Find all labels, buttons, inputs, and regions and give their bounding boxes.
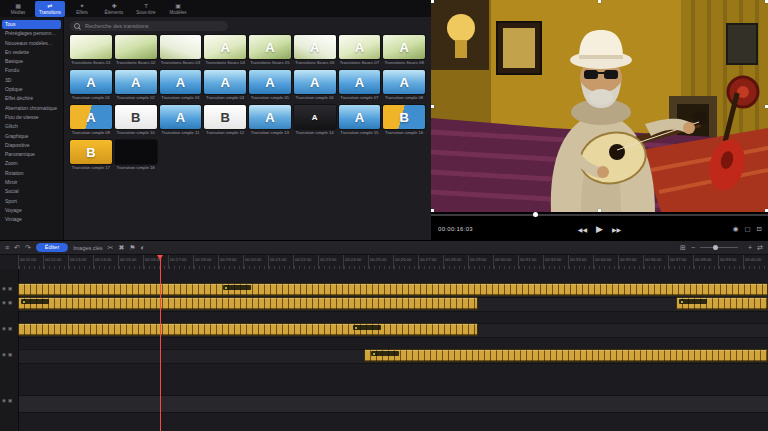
- fullscreen-icon[interactable]: ⊡: [757, 225, 762, 233]
- transition-item[interactable]: ATransition simple 14: [294, 105, 336, 136]
- transition-item[interactable]: ATransition simple 05: [249, 70, 291, 101]
- tab-medias[interactable]: ▦Médias: [3, 1, 33, 17]
- track-lock-icon[interactable]: ▣: [8, 300, 12, 305]
- track-lock-icon[interactable]: ▣: [8, 352, 12, 357]
- grid-icon[interactable]: ▢: [744, 225, 750, 233]
- undo-icon[interactable]: ↶: [14, 244, 20, 252]
- transition-item[interactable]: ATransitions floues 04: [204, 35, 246, 66]
- redo-icon[interactable]: ↷: [25, 244, 31, 252]
- sidebar-item-3d[interactable]: 3D: [0, 76, 63, 85]
- sidebar-item-rotation[interactable]: Rotation: [0, 169, 63, 178]
- zoom-out-icon[interactable]: −: [691, 244, 695, 252]
- sidebar-item-vintage[interactable]: Vintage: [0, 215, 63, 224]
- transition-item[interactable]: ATransition simple 02: [115, 70, 157, 101]
- timeline-clip[interactable]: [18, 283, 768, 296]
- sidebar-item-basique[interactable]: Basique: [0, 57, 63, 66]
- transition-item[interactable]: Transition simple 18: [115, 140, 157, 171]
- track-visibility-icon[interactable]: ◉: [2, 398, 6, 403]
- sidebar-item-diapositive[interactable]: Diapositive: [0, 141, 63, 150]
- tab-elements[interactable]: ✚Éléments: [99, 1, 129, 17]
- transition-item[interactable]: ATransition simple 03: [160, 70, 202, 101]
- sidebar-item-voyage[interactable]: Voyage: [0, 206, 63, 215]
- transition-item[interactable]: Transitions floues 01: [70, 35, 112, 66]
- snap-icon[interactable]: ⊞: [680, 244, 686, 252]
- tab-transitions[interactable]: ⇄Transitions: [35, 1, 65, 17]
- edit-mode-button[interactable]: Éditer: [36, 243, 68, 252]
- transition-item[interactable]: BTransition simple 16: [383, 105, 425, 136]
- search-bar[interactable]: [70, 21, 228, 31]
- timeline-clip[interactable]: [676, 297, 768, 310]
- sidebar-item-effet-dechire[interactable]: Effet déchiré: [0, 94, 63, 103]
- seek-bar[interactable]: [431, 214, 768, 216]
- transition-item[interactable]: BTransition simple 17: [70, 140, 112, 171]
- transition-item[interactable]: ATransition simple 01: [70, 70, 112, 101]
- transition-item[interactable]: ATransition simple 06: [294, 70, 336, 101]
- track-visibility-icon[interactable]: ◉: [2, 326, 6, 331]
- sidebar-item-social[interactable]: Social: [0, 187, 63, 196]
- transition-item[interactable]: BTransition simple 10: [115, 105, 157, 136]
- menu-icon[interactable]: ≡: [5, 244, 9, 252]
- transform-handle[interactable]: [598, 209, 601, 212]
- track-lane[interactable]: [18, 395, 768, 413]
- transform-handle[interactable]: [431, 105, 434, 108]
- sidebar-item-flou-de-vitesse[interactable]: Flou de vitesse: [0, 113, 63, 122]
- transform-handle[interactable]: [431, 0, 434, 3]
- transition-item[interactable]: ATransition simple 04: [204, 70, 246, 101]
- split-icon[interactable]: ✂: [108, 244, 114, 252]
- transform-handle[interactable]: [598, 0, 601, 3]
- zoom-slider-handle[interactable]: [713, 245, 718, 250]
- track-lock-icon[interactable]: ▣: [8, 398, 12, 403]
- track-visibility-icon[interactable]: ◉: [2, 300, 6, 305]
- tab-effets[interactable]: ✦Effets: [67, 1, 97, 17]
- sidebar-item-en-vedette[interactable]: En vedette: [0, 48, 63, 57]
- transition-item[interactable]: Transitions floues 02: [115, 35, 157, 66]
- transition-item[interactable]: BTransition simple 12: [204, 105, 246, 136]
- transition-item[interactable]: ATransition simple 11: [160, 105, 202, 136]
- playhead[interactable]: [160, 255, 161, 431]
- sidebar-item-optique[interactable]: Optique: [0, 85, 63, 94]
- snapshot-icon[interactable]: ◉: [733, 225, 739, 233]
- fit-timeline-icon[interactable]: ⇄: [757, 244, 763, 252]
- transition-item[interactable]: ATransitions floues 08: [383, 35, 425, 66]
- transition-item[interactable]: ATransition simple 08: [383, 70, 425, 101]
- tab-modeles[interactable]: ▣Modèles: [163, 1, 193, 17]
- search-input[interactable]: [83, 22, 224, 30]
- track-visibility-icon[interactable]: ◉: [2, 286, 6, 291]
- sidebar-item-graphique[interactable]: Graphique: [0, 132, 63, 141]
- sidebar-item-nouveaux-modeles[interactable]: Nouveaux modèlesNEW: [0, 39, 63, 48]
- seek-handle[interactable]: [533, 212, 538, 217]
- playhead-head-icon[interactable]: [157, 255, 163, 260]
- sidebar-item-zoom[interactable]: Zoom: [0, 159, 63, 168]
- transition-item[interactable]: ATransitions floues 05: [249, 35, 291, 66]
- sidebar-item-prereglages-personnalises[interactable]: Préréglages personnalisés: [0, 29, 63, 38]
- transition-item[interactable]: Transitions floues 03: [160, 35, 202, 66]
- zoom-in-icon[interactable]: +: [748, 244, 752, 252]
- tab-sous-titre[interactable]: TSous-titre: [131, 1, 161, 17]
- transform-handle[interactable]: [431, 209, 434, 212]
- sidebar-item-miroir[interactable]: Miroir: [0, 178, 63, 187]
- transition-item[interactable]: ATransition simple 15: [339, 105, 381, 136]
- timeline-clip[interactable]: [364, 349, 768, 362]
- zoom-slider[interactable]: [700, 247, 738, 248]
- marker-icon[interactable]: ⚑: [129, 244, 135, 252]
- previous-frame-button[interactable]: ◀◀: [578, 226, 587, 233]
- delete-icon[interactable]: ✖: [118, 244, 124, 252]
- transition-item[interactable]: ATransitions floues 06: [294, 35, 336, 66]
- play-button[interactable]: ▶: [596, 224, 603, 234]
- sidebar-item-glitch[interactable]: Glitch: [0, 122, 63, 131]
- transition-item[interactable]: ATransition simple 09: [70, 105, 112, 136]
- sidebar-item-sport[interactable]: Sport: [0, 197, 63, 206]
- sidebar-item-aberration-chromatique[interactable]: Aberration chromatique: [0, 104, 63, 113]
- track-visibility-icon[interactable]: ◉: [2, 352, 6, 357]
- timeline-clip[interactable]: [18, 323, 478, 336]
- transition-item[interactable]: ATransition simple 07: [339, 70, 381, 101]
- sidebar-item-panoramique[interactable]: Panoramique: [0, 150, 63, 159]
- sidebar-item-fondu[interactable]: Fondu: [0, 66, 63, 75]
- timeline-ruler[interactable]: 00:11:0000:12:0000:13:0000:14:0000:15:00…: [18, 255, 768, 270]
- transition-item[interactable]: ATransitions floues 07: [339, 35, 381, 66]
- track-lock-icon[interactable]: ▣: [8, 286, 12, 291]
- timeline-clip[interactable]: [18, 297, 478, 310]
- transition-item[interactable]: ATransition simple 13: [249, 105, 291, 136]
- sidebar-item-tous[interactable]: Tous: [2, 20, 61, 29]
- next-frame-button[interactable]: ▶▶: [612, 226, 621, 233]
